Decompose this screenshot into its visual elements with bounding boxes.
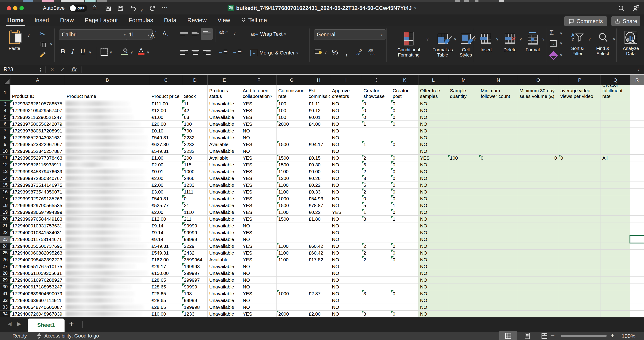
row-header-10[interactable]: 10	[0, 148, 10, 155]
tab-tell-me[interactable]: Tell me	[240, 16, 267, 25]
cell-M30[interactable]	[448, 284, 479, 290]
format-as-table-chevron[interactable]: ∨	[454, 37, 456, 41]
cell-Q21[interactable]	[601, 222, 630, 229]
cell-C3[interactable]: £111.00	[150, 100, 182, 107]
cell-E8[interactable]: Unavailable	[208, 134, 241, 141]
cell-H6[interactable]: £4.00	[307, 121, 330, 128]
cell-O31[interactable]	[518, 290, 559, 297]
cell-O10[interactable]	[518, 148, 559, 155]
cell-G23[interactable]	[277, 236, 307, 243]
accounting-format-icon[interactable]	[315, 49, 322, 55]
cell-J32[interactable]	[362, 297, 391, 304]
cell-P11[interactable]: 0	[559, 155, 601, 162]
cell-O16[interactable]	[518, 188, 559, 195]
cell-A11[interactable]: 1729398552977378463	[10, 155, 65, 162]
row-header-34[interactable]: 34	[0, 311, 10, 317]
cell-P30[interactable]	[559, 284, 601, 290]
cell-F18[interactable]: YES	[241, 202, 277, 209]
insert-cells-chevron[interactable]: ∨	[496, 37, 498, 41]
cell-D29[interactable]: 299997	[182, 277, 208, 284]
cell-C24[interactable]: £549.31	[150, 243, 182, 250]
cell-K5[interactable]: 0	[391, 114, 418, 121]
cell-N28[interactable]	[479, 270, 518, 277]
cell-B12[interactable]	[65, 162, 150, 168]
row-header-24[interactable]: 24	[0, 243, 10, 250]
cell-K8[interactable]	[391, 134, 418, 141]
cell-M1[interactable]: Sample quantity	[448, 85, 479, 100]
row-header-18[interactable]: 18	[0, 202, 10, 209]
cell-C14[interactable]: £2.00	[150, 175, 182, 182]
cell-A31[interactable]: 1729400639604690079	[10, 290, 65, 297]
cell-J10[interactable]	[362, 148, 391, 155]
cell-O25[interactable]	[518, 250, 559, 256]
cell-N10[interactable]	[479, 148, 518, 155]
cell-E1[interactable]: Products status	[208, 85, 241, 100]
cell-F5[interactable]: YES	[241, 114, 277, 121]
cell-L18[interactable]: NO	[418, 202, 448, 209]
cell-G24[interactable]: 1100	[277, 243, 307, 250]
cell-N34[interactable]	[479, 311, 518, 317]
cell-M28[interactable]	[448, 270, 479, 277]
cell-A34[interactable]: 1729400726048967839	[10, 311, 65, 317]
cell-E25[interactable]: Unavailable	[208, 250, 241, 256]
cell-B16[interactable]	[65, 188, 150, 195]
cell-R1[interactable]	[630, 85, 644, 100]
cell-O34[interactable]	[518, 311, 559, 317]
cell-O5[interactable]	[518, 114, 559, 121]
cell-Q12[interactable]	[601, 162, 630, 168]
cell-L14[interactable]: NO	[418, 175, 448, 182]
cell-H19[interactable]: £0.22	[307, 209, 330, 216]
cell-F22[interactable]: YES	[241, 229, 277, 236]
cancel-icon[interactable]: ×	[50, 66, 54, 73]
cell-O29[interactable]	[518, 277, 559, 284]
cell-H23[interactable]	[307, 236, 330, 243]
cell-H8[interactable]	[307, 134, 330, 141]
cell-N32[interactable]	[479, 297, 518, 304]
cell-B28[interactable]	[65, 270, 150, 277]
comments-button[interactable]: Comments	[564, 16, 607, 27]
cell-J31[interactable]: 3	[362, 290, 391, 297]
cell-A30[interactable]: 1729400617188953247	[10, 284, 65, 290]
underline-button[interactable]: U	[80, 48, 85, 55]
cell-L31[interactable]: NO	[418, 290, 448, 297]
underline-menu-chevron[interactable]: ∨	[89, 50, 92, 54]
cell-N14[interactable]	[479, 175, 518, 182]
cell-D6[interactable]: 100	[182, 121, 208, 128]
cell-Q20[interactable]	[601, 216, 630, 222]
cell-F13[interactable]: YES	[241, 168, 277, 175]
cell-C4[interactable]: £12.00	[150, 107, 182, 114]
cell-F11[interactable]: YES	[241, 155, 277, 162]
tab-data[interactable]: Data	[164, 16, 177, 25]
insert-cells-button[interactable]: ← Insert	[478, 32, 494, 52]
cell-D5[interactable]: 63	[182, 114, 208, 121]
cell-R31[interactable]	[630, 290, 644, 297]
cell-F21[interactable]: NO	[241, 222, 277, 229]
add-sheet-button[interactable]: +	[69, 319, 74, 329]
cell-A6[interactable]: 1729397580556242079	[10, 121, 65, 128]
cell-N16[interactable]	[479, 188, 518, 195]
tab-home[interactable]: Home	[7, 16, 24, 25]
cell-B10[interactable]	[65, 148, 150, 155]
cell-D17[interactable]: 0	[182, 195, 208, 202]
cell-G20[interactable]: 1500	[277, 216, 307, 222]
cell-R15[interactable]	[630, 182, 644, 188]
cell-R16[interactable]	[630, 188, 644, 195]
row-header-3[interactable]: 3	[0, 100, 10, 107]
bold-button[interactable]: B	[61, 48, 65, 55]
cell-O19[interactable]	[518, 209, 559, 216]
cell-P18[interactable]	[559, 202, 601, 209]
cell-E6[interactable]: Unavailable	[208, 121, 241, 128]
cell-M19[interactable]	[448, 209, 479, 216]
copy-menu-chevron[interactable]: ∨	[50, 42, 52, 46]
cell-B21[interactable]	[65, 222, 150, 229]
cell-L27[interactable]: NO	[418, 263, 448, 270]
cell-C13[interactable]: £0.01	[150, 168, 182, 175]
cell-K10[interactable]	[391, 148, 418, 155]
cell-C34[interactable]: £10.00	[150, 311, 182, 317]
cell-J27[interactable]	[362, 263, 391, 270]
cell-D26[interactable]: 3599964	[182, 256, 208, 263]
cell-A33[interactable]: 1729400648740605087	[10, 304, 65, 311]
cell-H29[interactable]	[307, 277, 330, 284]
cell-N22[interactable]	[479, 229, 518, 236]
cell-Q10[interactable]	[601, 148, 630, 155]
